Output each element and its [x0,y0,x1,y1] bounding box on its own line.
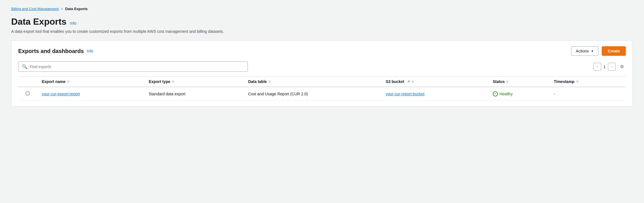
panel-actions: Actions ▼ Create [571,46,626,56]
panel-header: Exports and dashboards Info Actions ▼ Cr… [18,46,626,56]
breadcrumb-parent-link[interactable]: Billing and Cost Management [11,7,59,11]
table-header-export-type: Export type ▽ [144,77,244,87]
pagination-current-page: 1 [603,64,606,69]
page-title: Data Exports [11,17,66,27]
chevron-down-icon: ▼ [591,50,594,53]
row-export-name: your-cur-export-report [37,87,144,101]
sort-icon-s3-bucket[interactable]: ▽ [412,80,414,83]
sort-icon-status[interactable]: ▽ [506,80,508,83]
sort-icon-timestamp[interactable]: ▽ [576,80,578,83]
table-header-row: Export name ▽ Export type ▽ Data table [18,77,626,87]
actions-label: Actions [576,49,589,53]
status-label: Healthy [500,92,513,96]
row-s3-bucket: your-cur-report-bucket [381,87,488,101]
breadcrumb-separator: > [61,7,63,11]
exports-table: Export name ▽ Export type ▽ Data table [18,76,626,101]
status-healthy-icon: ✓ [493,91,498,96]
panel-title: Exports and dashboards [18,48,84,54]
search-box[interactable]: 🔍 [18,61,248,72]
page-info-link[interactable]: Info [70,21,76,26]
table-header-status: Status ▽ [488,77,549,87]
search-icon: 🔍 [22,64,27,69]
panel-info-link[interactable]: Info [87,49,93,53]
panel-title-row: Exports and dashboards Info [18,48,93,54]
table-header-export-name: Export name ▽ [37,77,144,87]
row-radio-cell [18,87,37,101]
settings-icon[interactable]: ⚙ [618,63,626,71]
row-export-type: Standard data export [144,87,244,101]
row-timestamp: - [549,87,626,101]
actions-button[interactable]: Actions ▼ [571,46,599,56]
sort-icon-export-type[interactable]: ▽ [172,80,174,83]
s3-bucket-link[interactable]: your-cur-report-bucket [386,92,425,96]
table-header-checkbox [18,77,37,87]
breadcrumb-current: Data Exports [65,7,88,11]
row-radio-button[interactable] [25,91,30,96]
search-row: 🔍 ‹ 1 › ⚙ [18,61,626,72]
status-badge: ✓ Healthy [493,91,545,96]
row-status: ✓ Healthy [488,87,549,101]
export-name-link[interactable]: your-cur-export-report [42,92,80,96]
create-button[interactable]: Create [602,46,626,56]
page-header: Data Exports Info [11,17,633,27]
page-description: A data export tool that enables you to c… [11,29,633,34]
table-header-s3-bucket: S3 bucket ↗ ▽ [381,77,488,87]
pagination-controls: ‹ 1 › ⚙ [593,63,626,71]
search-input[interactable] [30,64,244,69]
row-data-table: Cost and Usage Report (CUR 2.0) [244,87,381,101]
table-header-data-table: Data table ▽ [244,77,381,87]
sort-icon-data-table[interactable]: ▽ [269,80,271,83]
table-header-timestamp: Timestamp ▽ [549,77,626,87]
pagination-prev-button[interactable]: ‹ [593,63,601,71]
breadcrumb: Billing and Cost Management > Data Expor… [11,7,633,11]
external-link-icon: ↗ [407,80,410,84]
pagination-next-button[interactable]: › [608,63,616,71]
table-row: your-cur-export-report Standard data exp… [18,87,626,101]
main-panel: Exports and dashboards Info Actions ▼ Cr… [11,40,633,107]
sort-icon-export-name[interactable]: ▽ [67,80,69,83]
